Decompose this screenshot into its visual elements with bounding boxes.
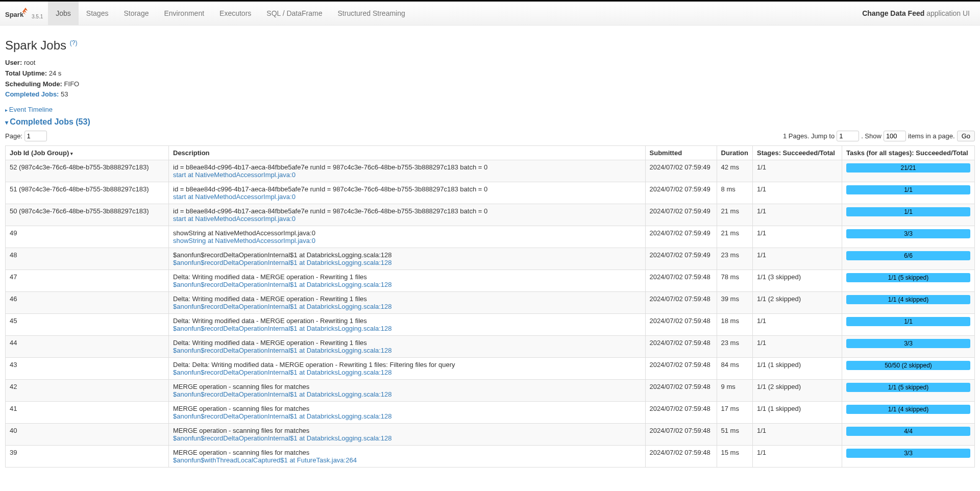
nav-tab-structured-streaming[interactable]: Structured Streaming	[330, 2, 413, 25]
tasks-cell: 50/50 (2 skipped)	[842, 358, 975, 380]
nav-tab-sql-dataframe[interactable]: SQL / DataFrame	[259, 2, 330, 25]
description-link[interactable]: $anonfun$recordDeltaOperationInternal$1 …	[173, 259, 392, 266]
description-link[interactable]: start at NativeMethodAccessorImpl.java:0	[173, 215, 296, 223]
col-tasks[interactable]: Tasks (for all stages): Succeeded/Total	[842, 146, 975, 160]
nav-tab-environment[interactable]: Environment	[156, 2, 212, 25]
nav-tab-jobs[interactable]: Jobs	[48, 2, 79, 25]
description-link[interactable]: $anonfun$recordDeltaOperationInternal$1 …	[173, 281, 392, 288]
progress-bar: 1/1	[846, 185, 970, 194]
nav-tab-storage[interactable]: Storage	[116, 2, 156, 25]
duration-cell: 51 ms	[717, 424, 752, 446]
brand[interactable]: Spark 3.5.1	[5, 6, 43, 21]
tasks-cell: 21/21	[842, 160, 975, 182]
stages-cell: 1/1 (2 skipped)	[753, 380, 842, 402]
progress-bar: 3/3	[846, 229, 970, 238]
progress-bar: 1/1 (5 skipped)	[846, 383, 970, 392]
progress-bar: 1/1 (4 skipped)	[846, 295, 970, 304]
description-link[interactable]: showString at NativeMethodAccessorImpl.j…	[173, 237, 315, 244]
description-link[interactable]: start at NativeMethodAccessorImpl.java:0	[173, 171, 296, 179]
duration-cell: 42 ms	[717, 160, 752, 182]
table-row: 46Delta: Writing modified data - MERGE o…	[6, 292, 975, 314]
description-text: id = b8eae84d-c996-4b17-aeca-84fbbe5afe7…	[173, 207, 641, 215]
description-link[interactable]: $anonfun$recordDeltaOperationInternal$1 …	[173, 434, 392, 442]
col-duration[interactable]: Duration	[717, 146, 752, 160]
progress-bar: 1/1 (4 skipped)	[846, 405, 970, 414]
stages-cell: 1/1	[753, 204, 842, 226]
description-text: MERGE operation - scanning files for mat…	[173, 383, 641, 390]
progress-bar: 1/1 (5 skipped)	[846, 273, 970, 282]
description-link[interactable]: $anonfun$recordDeltaOperationInternal$1 …	[173, 347, 392, 354]
job-id-cell: 51 (987c4c3e-76c6-48be-b755-3b888297c183…	[6, 182, 169, 204]
svg-text:Spark: Spark	[5, 11, 24, 18]
col-submitted[interactable]: Submitted	[645, 146, 717, 160]
description-link[interactable]: $anonfun$recordDeltaOperationInternal$1 …	[173, 325, 392, 332]
jump-input[interactable]	[837, 131, 859, 141]
progress-bar: 21/21	[846, 163, 970, 173]
job-id-cell: 47	[6, 270, 169, 292]
page-input[interactable]	[24, 131, 47, 141]
stages-cell: 1/1 (2 skipped)	[753, 292, 842, 314]
description-link[interactable]: $anonfun$recordDeltaOperationInternal$1 …	[173, 390, 392, 398]
description-cell: Delta: Writing modified data - MERGE ope…	[169, 314, 646, 336]
help-link[interactable]: (?)	[70, 39, 78, 46]
description-text: Delta: Writing modified data - MERGE ope…	[173, 317, 641, 325]
submitted-cell: 2024/07/02 07:59:48	[645, 336, 717, 358]
submitted-cell: 2024/07/02 07:59:49	[645, 182, 717, 204]
col-job-id[interactable]: Job Id (Job Group)	[6, 146, 169, 160]
nav-tab-stages[interactable]: Stages	[79, 2, 116, 25]
job-id-cell: 40	[6, 424, 169, 446]
progress-bar: 6/6	[846, 251, 970, 260]
duration-cell: 9 ms	[717, 380, 752, 402]
submitted-cell: 2024/07/02 07:59:48	[645, 270, 717, 292]
event-timeline-toggle[interactable]: Event Timeline	[5, 106, 53, 113]
job-id-cell: 52 (987c4c3e-76c6-48be-b755-3b888297c183…	[6, 160, 169, 182]
tasks-cell: 6/6	[842, 248, 975, 270]
progress-bar: 3/3	[846, 449, 970, 458]
description-cell: Delta: Writing modified data - MERGE ope…	[169, 336, 646, 358]
description-link[interactable]: $anonfun$recordDeltaOperationInternal$1 …	[173, 369, 392, 376]
description-cell: Delta: Delta: Writing modified data - ME…	[169, 358, 646, 380]
job-id-cell: 39	[6, 446, 169, 468]
go-button[interactable]: Go	[957, 131, 975, 141]
user-value: root	[24, 59, 35, 66]
tasks-cell: 1/1 (4 skipped)	[842, 292, 975, 314]
description-link[interactable]: start at NativeMethodAccessorImpl.java:0	[173, 193, 296, 201]
pages-label: 1 Pages. Jump to	[783, 132, 835, 140]
tasks-cell: 1/1 (4 skipped)	[842, 402, 975, 424]
tasks-cell: 1/1	[842, 204, 975, 226]
description-link[interactable]: $anonfun$recordDeltaOperationInternal$1 …	[173, 303, 392, 310]
table-row: 44Delta: Writing modified data - MERGE o…	[6, 336, 975, 358]
description-cell: MERGE operation - scanning files for mat…	[169, 424, 646, 446]
duration-cell: 8 ms	[717, 182, 752, 204]
table-row: 45Delta: Writing modified data - MERGE o…	[6, 314, 975, 336]
completed-jobs-header[interactable]: Completed Jobs (53)	[5, 117, 90, 127]
job-id-cell: 44	[6, 336, 169, 358]
progress-bar: 1/1	[846, 317, 970, 326]
nav-tab-executors[interactable]: Executors	[212, 2, 259, 25]
tasks-cell: 4/4	[842, 424, 975, 446]
submitted-cell: 2024/07/02 07:59:49	[645, 160, 717, 182]
sched-value: FIFO	[64, 80, 80, 88]
col-stages[interactable]: Stages: Succeeded/Total	[753, 146, 842, 160]
show-label: . Show	[861, 132, 881, 140]
duration-cell: 15 ms	[717, 446, 752, 468]
completed-jobs-link[interactable]: Completed Jobs:	[5, 90, 59, 98]
duration-cell: 39 ms	[717, 292, 752, 314]
tasks-cell: 3/3	[842, 226, 975, 248]
items-input[interactable]	[884, 131, 906, 141]
table-row: 48$anonfun$recordDeltaOperationInternal$…	[6, 248, 975, 270]
job-id-cell: 48	[6, 248, 169, 270]
job-id-cell: 43	[6, 358, 169, 380]
job-id-cell: 41	[6, 402, 169, 424]
submitted-cell: 2024/07/02 07:59:48	[645, 314, 717, 336]
description-link[interactable]: $anonfun$recordDeltaOperationInternal$1 …	[173, 412, 392, 420]
description-cell: id = b8eae84d-c996-4b17-aeca-84fbbe5afe7…	[169, 182, 646, 204]
col-description[interactable]: Description	[169, 146, 646, 160]
jobs-table: Job Id (Job Group) Description Submitted…	[5, 145, 975, 468]
job-id-cell: 49	[6, 226, 169, 248]
spark-logo-icon: Spark	[5, 6, 31, 21]
description-link[interactable]: $anonfun$withThreadLocalCaptured$1 at Fu…	[173, 456, 357, 464]
submitted-cell: 2024/07/02 07:59:48	[645, 380, 717, 402]
table-row: 42MERGE operation - scanning files for m…	[6, 380, 975, 402]
description-cell: Delta: Writing modified data - MERGE ope…	[169, 292, 646, 314]
